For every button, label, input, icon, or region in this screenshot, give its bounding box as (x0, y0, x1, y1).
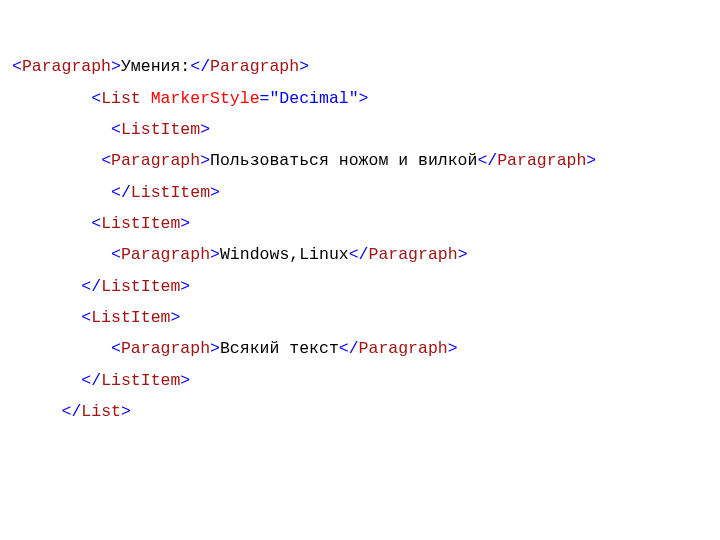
text-content: Всякий текст (220, 339, 339, 358)
code-line: <ListItem> (12, 214, 190, 233)
xaml-code-block: <Paragraph>Умения:</Paragraph> <List Mar… (12, 20, 708, 427)
code-line: <Paragraph>Умения:</Paragraph> (12, 57, 309, 76)
code-line: </ListItem> (12, 371, 190, 390)
code-line: <ListItem> (12, 120, 210, 139)
text-content: Умения: (121, 57, 190, 76)
text-content: Пользоваться ножом и вилкой (210, 151, 477, 170)
code-line: <Paragraph>Windows,Linux</Paragraph> (12, 245, 468, 264)
code-line: </ListItem> (12, 277, 190, 296)
code-line: </List> (12, 402, 131, 421)
code-line: <ListItem> (12, 308, 180, 327)
code-line: <Paragraph>Всякий текст</Paragraph> (12, 339, 458, 358)
text-content: Windows,Linux (220, 245, 349, 264)
code-line: <List MarkerStyle="Decimal"> (12, 89, 369, 108)
code-line: <Paragraph>Пользоваться ножом и вилкой</… (12, 151, 596, 170)
code-line: </ListItem> (12, 183, 220, 202)
